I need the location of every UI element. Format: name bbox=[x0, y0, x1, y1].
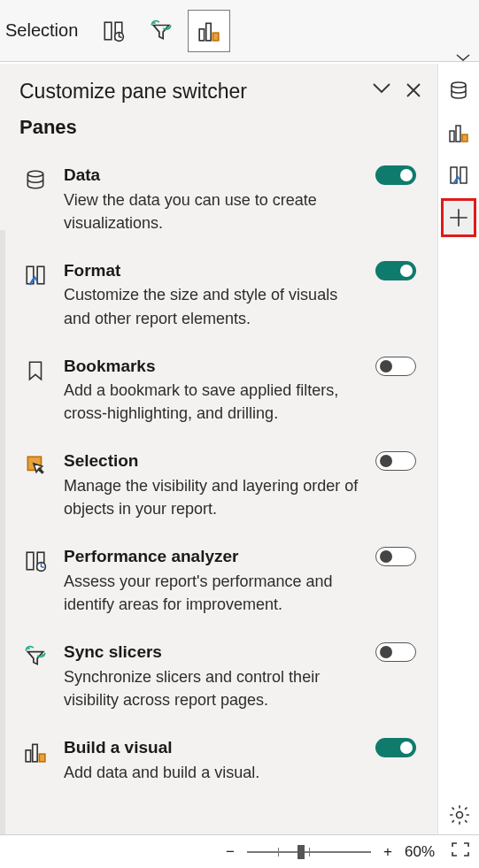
rail-data-icon[interactable] bbox=[441, 71, 476, 110]
sync-slicers-button[interactable] bbox=[140, 10, 182, 52]
toggle-switch[interactable] bbox=[375, 738, 416, 757]
pane-list: DataView the data you can use to create … bbox=[19, 155, 421, 800]
build-visual-button[interactable] bbox=[188, 10, 230, 52]
scroll-track[interactable] bbox=[0, 230, 5, 841]
rail-add-button[interactable] bbox=[441, 198, 476, 237]
zoom-out-button[interactable]: − bbox=[222, 843, 238, 861]
pane-description: Customize the size and style of visuals … bbox=[64, 283, 361, 329]
topbar: Selection bbox=[0, 0, 479, 62]
data-icon bbox=[21, 165, 50, 194]
topbar-label-selection[interactable]: Selection bbox=[5, 20, 78, 41]
build-visual-icon bbox=[21, 738, 50, 766]
pane-description: Synchronize slicers and control their vi… bbox=[64, 665, 361, 711]
pane-name: Bookmarks bbox=[64, 355, 361, 378]
zoom-slider-thumb[interactable] bbox=[297, 845, 305, 859]
pane-name: Build a visual bbox=[64, 736, 361, 759]
chevron-down-icon[interactable] bbox=[452, 51, 474, 64]
pane-item: Sync slicersSynchronize slicers and cont… bbox=[19, 632, 421, 727]
rail-build-visual-icon[interactable] bbox=[441, 113, 476, 152]
pane-item: SelectionManage the visibility and layer… bbox=[19, 441, 421, 536]
pane-name: Format bbox=[64, 259, 361, 282]
svg-rect-7 bbox=[450, 131, 454, 142]
svg-rect-15 bbox=[37, 266, 44, 284]
panel-title: Customize pane switcher bbox=[19, 80, 247, 104]
pane-name: Selection bbox=[64, 449, 361, 472]
fit-to-page-icon[interactable] bbox=[451, 841, 470, 862]
close-icon[interactable] bbox=[406, 82, 421, 102]
performance-icon bbox=[21, 547, 50, 575]
svg-point-6 bbox=[452, 82, 466, 88]
toggle-switch[interactable] bbox=[375, 357, 416, 376]
performance-analyzer-button[interactable] bbox=[92, 10, 135, 52]
toggle-switch[interactable] bbox=[375, 451, 416, 471]
svg-rect-0 bbox=[105, 22, 112, 40]
pane-name: Performance analyzer bbox=[64, 545, 361, 568]
format-icon bbox=[21, 261, 50, 289]
pane-description: View the data you can use to create visu… bbox=[64, 188, 361, 234]
svg-point-13 bbox=[27, 171, 42, 177]
svg-rect-17 bbox=[27, 553, 34, 571]
svg-rect-3 bbox=[199, 28, 204, 40]
settings-gear-icon[interactable] bbox=[445, 801, 474, 829]
svg-point-12 bbox=[457, 812, 463, 818]
pane-item: DataView the data you can use to create … bbox=[19, 155, 421, 250]
pane-item: Build a visualAdd data and build a visua… bbox=[19, 727, 421, 800]
pane-description: Add data and build a visual. bbox=[64, 761, 361, 784]
panel-subtitle: Panes bbox=[19, 116, 421, 139]
svg-rect-9 bbox=[462, 134, 467, 142]
pane-item: FormatCustomize the size and style of vi… bbox=[19, 250, 421, 346]
sync-slicers-icon bbox=[21, 642, 50, 671]
collapse-icon[interactable] bbox=[372, 82, 391, 102]
svg-rect-22 bbox=[39, 754, 45, 762]
svg-rect-20 bbox=[26, 750, 30, 762]
pane-description: Add a bookmark to save applied filters, … bbox=[64, 379, 361, 425]
toggle-switch[interactable] bbox=[375, 165, 416, 185]
pane-switcher-rail bbox=[438, 64, 479, 237]
pane-item: Performance analyzerAssess your report's… bbox=[19, 536, 421, 632]
svg-rect-4 bbox=[206, 23, 211, 41]
svg-rect-8 bbox=[456, 126, 460, 142]
selection-icon bbox=[21, 451, 50, 480]
svg-rect-5 bbox=[213, 33, 220, 41]
rail-format-icon[interactable] bbox=[441, 156, 476, 195]
zoom-slider[interactable] bbox=[247, 851, 371, 853]
customize-pane-switcher-panel: Customize pane switcher Panes DataView t… bbox=[0, 64, 438, 842]
pane-description: Assess your report's performance and ide… bbox=[64, 570, 361, 616]
svg-rect-11 bbox=[460, 167, 467, 183]
svg-rect-21 bbox=[33, 744, 37, 762]
toggle-switch[interactable] bbox=[375, 547, 416, 566]
status-bar: − + 60% bbox=[0, 834, 479, 868]
zoom-level: 60% bbox=[405, 843, 435, 861]
bookmark-icon bbox=[21, 357, 50, 385]
toggle-switch[interactable] bbox=[375, 642, 416, 662]
toggle-switch[interactable] bbox=[375, 261, 416, 280]
zoom-in-button[interactable]: + bbox=[380, 843, 396, 861]
pane-name: Data bbox=[64, 164, 361, 187]
topbar-icon-group bbox=[92, 10, 230, 52]
pane-description: Manage the visibility and layering order… bbox=[64, 474, 361, 520]
pane-item: BookmarksAdd a bookmark to save applied … bbox=[19, 346, 421, 442]
pane-name: Sync slicers bbox=[64, 641, 361, 664]
